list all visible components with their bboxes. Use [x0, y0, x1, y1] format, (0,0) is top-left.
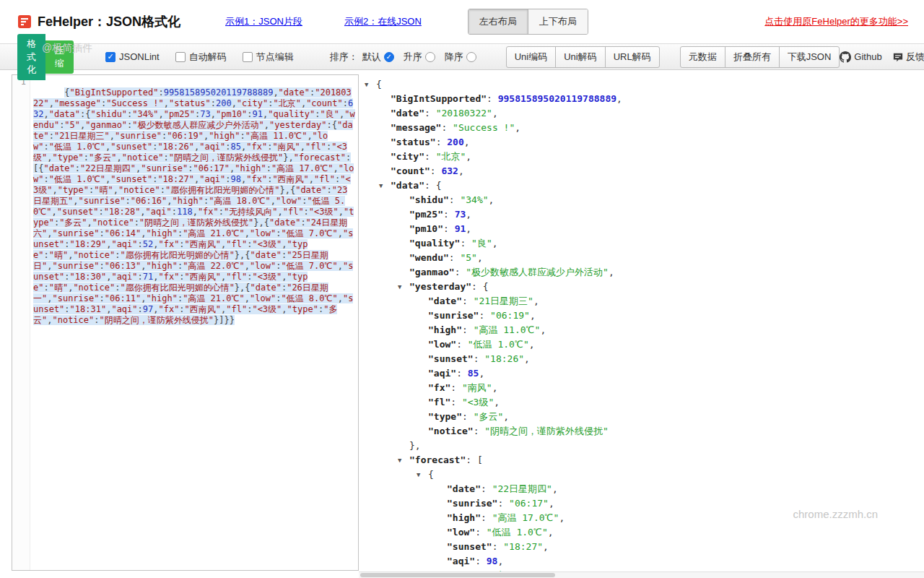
raw-json-editor[interactable]: 1 {"BigIntSupported":9958158950201197888… — [12, 74, 359, 571]
tree-line: ▼"yesterday": { — [359, 280, 917, 294]
sort-label: 排序： — [330, 51, 358, 64]
more-features-link[interactable]: 点击使用原FeHelper的更多功能>> — [764, 15, 908, 28]
tree-line: "status": 200, — [359, 135, 917, 150]
auto-decode-label: 自动解码 — [189, 51, 227, 64]
tree-line: "aqi": 85, — [359, 366, 917, 381]
tree-line: "notice": "阴晴之间，谨防紫外线侵扰" — [359, 424, 917, 439]
github-link[interactable]: Github — [840, 51, 881, 63]
tree-line: "date": "22日星期四", — [359, 482, 917, 496]
collapse-triangle-icon[interactable]: ▼ — [398, 453, 401, 467]
page-title: FeHelper：JSON格式化 — [38, 13, 180, 30]
download-json-button[interactable]: 下载JSON — [779, 46, 840, 68]
checkbox-unchecked-icon — [175, 52, 186, 62]
toolbar: 格式化 压缩 ✓ JSONLint 自动解码 节点编辑 排序： 默认 ✓ 升序 … — [0, 43, 924, 70]
tree-line: "pm10": 91, — [359, 222, 917, 236]
layout-top-bottom-button[interactable]: 上下布局 — [528, 9, 588, 34]
metadata-button[interactable]: 元数据 — [680, 46, 725, 68]
radio-unchecked-icon — [425, 52, 435, 62]
checkbox-checked-icon: ✓ — [105, 52, 116, 62]
jsonlint-label: JSONLint — [119, 51, 160, 62]
tree-line: "high": "高温 11.0℃", — [359, 323, 917, 337]
tree-line: "wendu": "5", — [359, 251, 917, 265]
feedback-link[interactable]: 反馈 — [893, 51, 924, 64]
tree-line: "shidu": "34%", — [359, 193, 917, 207]
layout-left-right-button[interactable]: 左右布局 — [468, 9, 528, 34]
collapse-triangle-icon[interactable]: ▼ — [417, 467, 420, 482]
tree-line: "aqi": 98, — [359, 554, 917, 569]
tree-line: "low": "低温 1.0℃", — [359, 525, 917, 540]
fehelper-logo-icon — [17, 14, 32, 29]
sort-desc-label: 降序 — [445, 51, 463, 64]
tree-line: "date": "20180322", — [359, 106, 917, 121]
tools-button-group: 元数据 折叠所有 下载JSON — [680, 46, 840, 68]
editor-gutter: 1 — [12, 75, 30, 570]
example1-link[interactable]: 示例1：JSON片段 — [225, 15, 302, 28]
radio-checked-icon: ✓ — [384, 52, 394, 62]
sort-asc-radio[interactable]: 升序 — [404, 51, 435, 64]
compress-button[interactable]: 压缩 — [45, 40, 74, 74]
uni-encode-button[interactable]: Uni编码 — [506, 46, 557, 68]
tree-line: "low": "低温 1.0℃", — [359, 337, 917, 352]
tree-line: "BigIntSupported": 995815895020119788889… — [359, 92, 917, 106]
tree-line: "fl": "<3级", — [359, 395, 917, 410]
tree-line: "sunrise": "06:17", — [359, 496, 917, 511]
feedback-label: 反馈 — [906, 51, 924, 64]
encode-button-group: Uni编码 Uni解码 URL解码 — [506, 46, 660, 68]
editor-textarea[interactable]: {"BigIntSupported":995815895020119788889… — [30, 75, 358, 570]
auto-decode-checkbox[interactable]: 自动解码 — [175, 51, 227, 64]
tree-line: ▼"forecast": [ — [359, 453, 917, 467]
sort-asc-label: 升序 — [404, 51, 422, 64]
tree-line: "sunset": "18:26", — [359, 352, 917, 366]
toolbar-right: Github 反馈 ⚙ 设置 — [840, 51, 924, 64]
tree-line: "sunrise": "06:19", — [359, 309, 917, 323]
formatted-json-tree: ▼{"BigIntSupported": 9958158950201197888… — [359, 74, 917, 575]
sort-desc-radio[interactable]: 降序 — [445, 51, 476, 64]
tree-line: ▼"data": { — [359, 178, 917, 193]
main-area: 1 {"BigIntSupported":9958158950201197888… — [0, 70, 924, 577]
github-label: Github — [854, 51, 881, 62]
sort-default-label: 默认 — [362, 51, 381, 64]
tree-line: ▼{ — [359, 77, 917, 92]
github-icon — [840, 51, 851, 63]
checkbox-unchecked-icon — [243, 52, 253, 62]
collapse-triangle-icon[interactable]: ▼ — [365, 77, 368, 92]
header: FeHelper：JSON格式化 示例1：JSON片段 示例2：在线JSON 左… — [0, 0, 924, 43]
tree-line: "quality": "良", — [359, 236, 917, 251]
editor-selection: {"BigIntSupported":995815895020119788889… — [33, 87, 355, 325]
tree-line: "message": "Success !", — [359, 121, 917, 135]
collapse-all-button[interactable]: 折叠所有 — [725, 46, 780, 68]
horizontal-scrollbar[interactable] — [359, 571, 924, 578]
url-decode-button[interactable]: URL解码 — [605, 46, 660, 68]
tree-line: ▼{ — [359, 467, 917, 482]
layout-toggle-group: 左右布局 上下布局 — [468, 9, 588, 35]
radio-unchecked-icon — [466, 52, 476, 62]
tree-line: "sunset": "18:27", — [359, 540, 917, 554]
tree-line: "fx": "南风", — [359, 381, 917, 395]
tree-line: "ganmao": "极少数敏感人群应减少户外活动", — [359, 265, 917, 280]
uni-decode-button[interactable]: Uni解码 — [555, 46, 606, 68]
tree-line: }, — [359, 439, 917, 453]
collapse-triangle-icon[interactable]: ▼ — [398, 280, 401, 294]
node-edit-label: 节点编辑 — [256, 51, 294, 64]
tree-line: "date": "21日星期三", — [359, 294, 917, 309]
example2-link[interactable]: 示例2：在线JSON — [344, 15, 422, 28]
tree-line: "high": "高温 17.0℃", — [359, 511, 917, 525]
tree-line: "city": "北京", — [359, 150, 917, 164]
tree-line: "type": "多云", — [359, 410, 917, 424]
collapse-triangle-icon[interactable]: ▼ — [379, 178, 383, 193]
jsonlint-checkbox[interactable]: ✓ JSONLint — [105, 51, 160, 62]
tree-line: "pm25": 73, — [359, 207, 917, 222]
format-button[interactable]: 格式化 — [17, 34, 45, 80]
feedback-icon — [893, 52, 903, 62]
sort-default-radio[interactable]: 默认 ✓ — [362, 51, 394, 64]
scrollbar-thumb[interactable] — [360, 573, 555, 577]
node-edit-checkbox[interactable]: 节点编辑 — [243, 51, 294, 64]
tree-line: "count": 632, — [359, 164, 917, 178]
